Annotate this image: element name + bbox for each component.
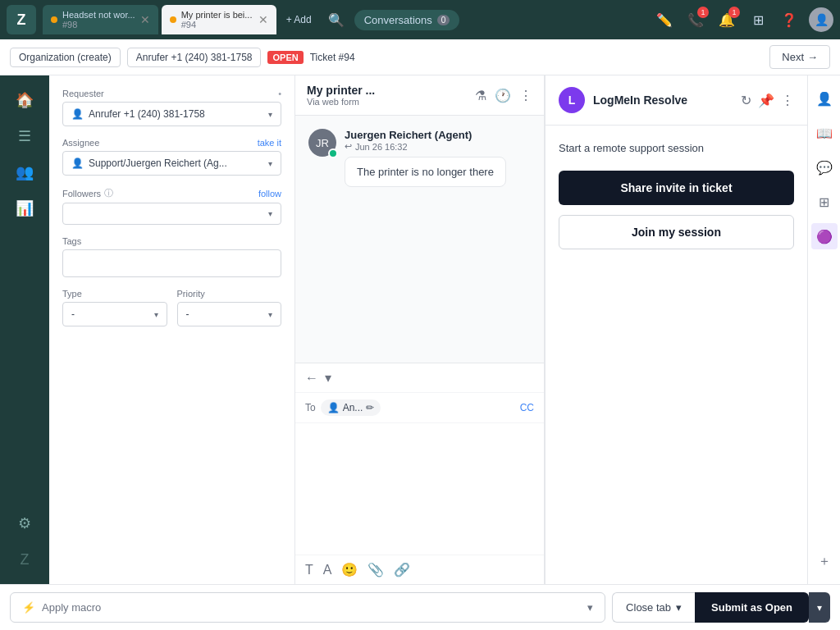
session-text: Start a remote support session xyxy=(559,142,794,154)
icon-panel-chat[interactable]: 💬 xyxy=(811,154,838,180)
top-nav: Z Headset not wor... #98 ✕ My printer is… xyxy=(0,0,840,39)
history-icon[interactable]: 🕐 xyxy=(495,88,511,103)
tab-close-printer[interactable]: ✕ xyxy=(258,13,268,26)
reply-expand-button[interactable]: ▾ xyxy=(325,370,331,386)
reply-back-button[interactable]: ← xyxy=(305,371,318,386)
panel-more-icon[interactable]: ⋮ xyxy=(781,93,794,108)
app-sidebar: 🏠 ☰ 👥 📊 ⚙ Z xyxy=(0,75,49,584)
pin-icon[interactable]: 📌 xyxy=(758,93,774,108)
assignee-label: Assignee take it xyxy=(62,138,281,148)
tab-add[interactable]: + Add xyxy=(280,11,318,29)
next-button[interactable]: Next → xyxy=(769,45,830,69)
join-session-button[interactable]: Join my session xyxy=(559,215,794,249)
followers-info-icon[interactable]: ⓘ xyxy=(104,187,113,199)
right-panel-body: Start a remote support session Share inv… xyxy=(546,126,807,584)
share-invite-button[interactable]: Share invite in ticket xyxy=(559,171,794,205)
followers-label: Followers xyxy=(62,189,101,199)
phone-icon[interactable]: 📞 1 xyxy=(684,8,707,31)
priority-field: Priority - ▾ xyxy=(177,289,282,338)
followers-select[interactable]: ▾ xyxy=(62,203,281,225)
icon-panel-apps[interactable]: ⊞ xyxy=(811,189,838,215)
tab-num-printer: #94 xyxy=(181,20,253,30)
avatar-status xyxy=(328,148,338,158)
requester-icon: 👤 xyxy=(71,108,84,120)
requester-select[interactable]: 👤 Anrufer +1 (240) 381-1758 ▾ xyxy=(62,102,281,126)
conversations-badge: 0 xyxy=(437,15,450,25)
reply-editor[interactable] xyxy=(295,423,544,555)
reply-area: ← ▾ To 👤 An... ✏ CC T A 🙂 📎 🔗 xyxy=(295,363,544,584)
message-content: Juergen Reichert (Agent) ↩ Jun 26 16:32 … xyxy=(345,129,531,187)
submit-button[interactable]: Submit as Open xyxy=(695,592,809,623)
icon-panel: 👤 📖 💬 ⊞ 🟣 ＋ xyxy=(807,75,840,584)
requester-arrow: ▾ xyxy=(268,110,272,119)
logmein-title: LogMeIn Resolve xyxy=(593,94,687,107)
type-label: Type xyxy=(62,289,167,299)
breadcrumb-bar: Organization (create) Anrufer +1 (240) 3… xyxy=(0,39,840,75)
type-field: Type - ▾ xyxy=(62,289,167,338)
compose-icon[interactable]: ✏️ xyxy=(653,8,676,31)
help-icon[interactable]: ❓ xyxy=(778,8,801,31)
sidebar-users-icon[interactable]: 👥 xyxy=(10,158,39,187)
sidebar-reports-icon[interactable]: 📊 xyxy=(10,194,39,223)
submit-arrow-button[interactable]: ▾ xyxy=(809,592,830,623)
assignee-value: Support/Juergen Reichert (Ag... xyxy=(89,158,227,169)
format-bold-icon[interactable]: A xyxy=(323,563,332,578)
edit-recipient-icon[interactable]: ✏ xyxy=(366,402,374,413)
message-item: JR Juergen Reichert (Agent) ↩ Jun 26 16:… xyxy=(308,129,531,187)
icon-panel-book[interactable]: 📖 xyxy=(811,120,838,146)
type-arrow: ▾ xyxy=(154,310,158,319)
conversation-panel: My printer ... Via web form ⚗ 🕐 ⋮ JR Jue… xyxy=(295,75,545,584)
breadcrumb-caller[interactable]: Anrufer +1 (240) 381-1758 xyxy=(127,48,262,67)
icon-panel-profile[interactable]: 👤 xyxy=(811,85,838,112)
attach-icon[interactable]: 📎 xyxy=(368,562,384,578)
reply-cc[interactable]: CC xyxy=(520,402,534,413)
bell-badge: 1 xyxy=(728,7,740,18)
conversations-label: Conversations xyxy=(364,14,432,26)
reply-toolbar: ← ▾ xyxy=(295,363,544,393)
refresh-icon[interactable]: ↻ xyxy=(741,93,751,108)
bottom-right-actions: Close tab ▾ Submit as Open ▾ xyxy=(612,592,830,623)
conversations-button[interactable]: Conversations 0 xyxy=(354,10,460,30)
icon-panel-add[interactable]: ＋ xyxy=(811,548,838,574)
bell-icon[interactable]: 🔔 1 xyxy=(715,8,738,31)
conversation-subtitle: Via web form xyxy=(307,97,375,107)
priority-value: - xyxy=(186,308,189,320)
user-avatar[interactable]: 👤 xyxy=(809,7,833,32)
apps-icon[interactable]: ⊞ xyxy=(746,8,769,31)
link-icon[interactable]: 🔗 xyxy=(394,562,410,578)
conversation-header-icons: ⚗ 🕐 ⋮ xyxy=(475,88,532,103)
tab-close-headset[interactable]: ✕ xyxy=(140,13,150,26)
macro-input[interactable]: ⚡ Apply macro ▾ xyxy=(10,592,605,623)
format-text-icon[interactable]: T xyxy=(305,563,313,578)
filter-icon[interactable]: ⚗ xyxy=(475,88,486,103)
assignee-select[interactable]: 👤 Support/Juergen Reichert (Ag... ▾ xyxy=(62,151,281,176)
type-select[interactable]: - ▾ xyxy=(62,302,167,326)
take-it-link[interactable]: take it xyxy=(258,138,281,148)
close-tab-arrow: ▾ xyxy=(676,601,682,614)
logmein-icon: L xyxy=(559,87,585,113)
follow-link[interactable]: follow xyxy=(258,189,281,199)
breadcrumb-status: OPEN xyxy=(267,51,303,64)
priority-arrow: ▾ xyxy=(268,310,272,319)
breadcrumb-ticket: Ticket #94 xyxy=(310,52,355,63)
app-logo: Z xyxy=(7,5,36,34)
right-panel-header-icons: ↻ 📌 ⋮ xyxy=(741,93,794,108)
close-tab-button[interactable]: Close tab ▾ xyxy=(612,592,695,623)
breadcrumb-org[interactable]: Organization (create) xyxy=(10,48,121,67)
sidebar-tickets-icon[interactable]: ☰ xyxy=(10,121,39,151)
type-priority-row: Type - ▾ Priority - ▾ xyxy=(62,289,281,338)
sidebar-home-icon[interactable]: 🏠 xyxy=(10,85,39,115)
tags-label: Tags xyxy=(62,236,281,246)
more-icon[interactable]: ⋮ xyxy=(519,88,532,103)
macro-arrow: ▾ xyxy=(587,601,593,614)
tags-input[interactable] xyxy=(62,249,281,277)
sidebar-settings-icon[interactable]: ⚙ xyxy=(10,509,39,538)
emoji-icon[interactable]: 🙂 xyxy=(341,562,358,578)
tab-printer[interactable]: My printer is bei... #94 ✕ xyxy=(162,5,276,34)
icon-panel-active-app[interactable]: 🟣 xyxy=(811,223,838,249)
tab-headset[interactable]: Headset not wor... #98 ✕ xyxy=(43,5,158,34)
sidebar-logo-icon: Z xyxy=(10,545,39,574)
priority-select[interactable]: - ▾ xyxy=(177,302,282,326)
search-icon[interactable]: 🔍 xyxy=(325,8,348,31)
message-bubble: The printer is no longer there xyxy=(345,157,506,187)
